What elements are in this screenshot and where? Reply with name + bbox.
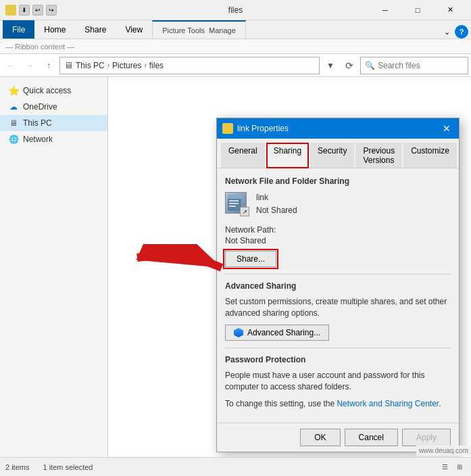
file-status: Not Shared [256, 204, 297, 217]
search-icon: 🔍 [365, 61, 375, 70]
back-button[interactable]: ← [3, 57, 19, 74]
forward-button[interactable]: → [22, 57, 38, 74]
network-sharing-center-link[interactable]: Network and Sharing Center [337, 399, 439, 408]
ribbon-bar: — Ribbon content — [0, 39, 471, 54]
sidebar-item-network[interactable]: 🌐 Network [0, 131, 107, 147]
window-title: files [228, 5, 243, 15]
address-bar: ← → ↑ 🖥 This PC › Pictures › files ▼ ⟳ 🔍 [0, 54, 471, 77]
network-path-section: Network Path: Not Shared Share... [225, 225, 451, 267]
dropdown-btn[interactable]: ▼ [322, 57, 339, 74]
svg-rect-4 [229, 206, 236, 207]
dialog-tabs: General Sharing Security Previous Versio… [217, 139, 459, 168]
link-prefix: To change this setting, use the [225, 399, 337, 408]
link-suffix: . [439, 399, 441, 408]
ribbon-tabs: File Home Share View Picture Tools Manag… [0, 20, 471, 39]
list-view-btn[interactable]: ☰ [439, 461, 451, 473]
modal-overlay: link Properties ✕ General Sharing Securi… [108, 77, 471, 457]
advanced-sharing-title: Advanced Sharing [225, 281, 451, 291]
window-controls: ─ □ ✕ [370, 0, 466, 20]
svg-rect-1 [228, 195, 241, 199]
item-count: 2 items [5, 463, 29, 471]
shield-icon [234, 328, 243, 337]
picture-tools-label: Picture Tools [162, 26, 205, 34]
password-protection-section: Password Protection People must have a u… [225, 355, 451, 409]
manage-label: Manage [209, 26, 236, 34]
status-bar: 2 items 1 item selected ☰ ⊞ [0, 457, 471, 476]
cloud-icon: ☁ [8, 101, 19, 112]
search-input[interactable] [378, 61, 464, 70]
content-area: link Properties ✕ General Sharing Securi… [108, 77, 471, 457]
redo-btn[interactable]: ↪ [46, 5, 57, 16]
file-name: link [256, 191, 297, 204]
tab-file[interactable]: File [3, 20, 34, 39]
dialog-content: Network File and Folder Sharing [217, 168, 459, 423]
network-sharing-title: Network File and Folder Sharing [225, 176, 451, 186]
help-button[interactable]: ? [455, 25, 468, 39]
search-box[interactable]: 🔍 [360, 57, 468, 74]
folder-icon [5, 5, 16, 16]
path-segment-files[interactable]: files [149, 61, 164, 70]
dialog-folder-icon [222, 123, 233, 134]
file-icon-container: ↗ [225, 192, 249, 216]
watermark: www.deuaq.com [416, 446, 471, 456]
refresh-button[interactable]: ⟳ [341, 57, 357, 74]
tab-picture-tools[interactable]: Picture Tools Manage [152, 20, 246, 39]
ok-button[interactable]: OK [300, 429, 340, 446]
network-sharing-center-link-text: To change this setting, use the Network … [225, 398, 451, 410]
maximize-button[interactable]: □ [402, 0, 433, 20]
ribbon-collapse-btn[interactable]: ⌄ [441, 26, 452, 37]
sidebar: ⭐ Quick access ☁ OneDrive 🖥 This PC 🌐 Ne… [0, 77, 108, 457]
tab-view[interactable]: View [116, 20, 152, 39]
svg-rect-2 [229, 200, 239, 201]
sidebar-label-quickaccess: Quick access [23, 86, 71, 95]
path-segment-pc[interactable]: This PC [76, 61, 105, 70]
sidebar-item-thispc[interactable]: 🖥 This PC [0, 115, 107, 131]
password-protection-title: Password Protection [225, 355, 451, 364]
sidebar-item-quickaccess[interactable]: ⭐ Quick access [0, 82, 107, 99]
selected-count: 1 item selected [43, 463, 93, 471]
file-details: link Not Shared [256, 191, 297, 217]
sidebar-label-network: Network [23, 135, 53, 144]
sidebar-label-onedrive: OneDrive [23, 102, 57, 112]
tab-home[interactable]: Home [34, 20, 75, 39]
ribbon-placeholder: — Ribbon content — [5, 43, 74, 51]
share-button[interactable]: Share... [225, 251, 276, 267]
tab-general[interactable]: General [221, 143, 265, 168]
minimize-button[interactable]: ─ [370, 0, 401, 20]
sidebar-item-onedrive[interactable]: ☁ OneDrive [0, 99, 107, 115]
path-segment-pictures[interactable]: Pictures [112, 61, 141, 70]
advanced-btn-label: Advanced Sharing... [247, 328, 320, 337]
close-button[interactable]: ✕ [435, 0, 466, 20]
tab-security[interactable]: Security [310, 143, 354, 168]
divider-2 [225, 348, 451, 348]
dialog-close-button[interactable]: ✕ [440, 122, 453, 135]
arrow-annotation [130, 244, 232, 291]
up-button[interactable]: ↑ [41, 57, 57, 74]
path-arrow-2: › [144, 62, 146, 69]
advanced-sharing-button[interactable]: Advanced Sharing... [225, 325, 329, 341]
network-path-value: Not Shared [225, 236, 451, 245]
quick-access-btn[interactable]: ⬇ [19, 5, 30, 16]
tab-previous-versions[interactable]: Previous Versions [355, 143, 402, 168]
dialog-title-bar: link Properties ✕ [217, 118, 459, 139]
advanced-sharing-desc: Set custom permissions, create multiple … [225, 296, 451, 319]
network-icon: 🌐 [8, 134, 19, 145]
tab-customize[interactable]: Customize [403, 143, 457, 168]
apply-button[interactable]: Apply [402, 429, 451, 446]
cancel-button[interactable]: Cancel [345, 429, 398, 446]
svg-rect-3 [229, 203, 239, 204]
grid-view-btn[interactable]: ⊞ [453, 461, 466, 473]
main-area: ⭐ Quick access ☁ OneDrive 🖥 This PC 🌐 Ne… [0, 77, 471, 457]
link-badge: ↗ [240, 207, 249, 216]
address-path[interactable]: 🖥 This PC › Pictures › files [59, 57, 320, 74]
undo-btn[interactable]: ↩ [32, 5, 43, 16]
sidebar-label-thispc: This PC [23, 118, 52, 128]
file-info: ↗ link Not Shared [225, 191, 451, 217]
path-arrow-1: › [107, 62, 109, 69]
tab-sharing[interactable]: Sharing [266, 143, 309, 168]
share-btn-container: Share... [225, 251, 276, 267]
title-bar-left: ⬇ ↩ ↪ [5, 5, 57, 16]
view-controls: ☰ ⊞ [439, 461, 466, 473]
tab-share[interactable]: Share [75, 20, 116, 39]
computer-icon: 🖥 [64, 60, 73, 70]
